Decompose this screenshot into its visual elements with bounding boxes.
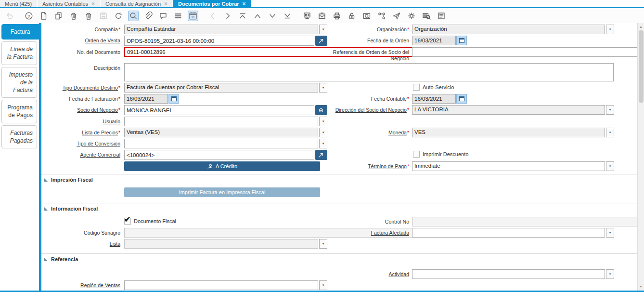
organizacion-combobox[interactable]: Organización ▾ xyxy=(412,25,614,34)
socio-negocio-input[interactable] xyxy=(124,105,314,115)
sidebar-tab-facturas-pagadas[interactable]: Facturas Pagadas xyxy=(1,125,37,148)
group-impresion-fiscal[interactable]: Impresión Fiscal xyxy=(41,174,637,184)
tab-menu[interactable]: Menú (425) xyxy=(0,0,37,7)
private-lock-icon[interactable] xyxy=(347,11,357,21)
region-ventas-combobox[interactable]: ▾ xyxy=(124,280,327,290)
lista-precios-combobox[interactable]: Ventas (VES) ▾ xyxy=(124,128,327,137)
scrollbar-thumb[interactable] xyxy=(639,30,644,103)
previous-record-icon[interactable] xyxy=(252,11,263,21)
termino-pago-label[interactable]: Término de Pago* xyxy=(332,161,409,171)
print-icon[interactable] xyxy=(332,11,342,21)
sidebar-tab-programa-pagos[interactable]: Programa de Pagos xyxy=(1,100,37,123)
direccion-socio-combobox[interactable]: LA VICTORIA ▾ xyxy=(412,105,614,115)
tipo-documento-destino-combobox[interactable]: Factura de Cuentas por Cobrar Fiscal ▾ xyxy=(124,83,327,93)
referencia-orden-input[interactable] xyxy=(412,47,644,57)
archive-icon[interactable] xyxy=(317,11,327,21)
chevron-down-icon[interactable]: ▾ xyxy=(606,25,614,34)
tab-consulta-asignacion[interactable]: Consulta de Asignación × xyxy=(101,0,172,7)
moneda-combobox[interactable]: VES ▾ xyxy=(412,128,614,137)
chevron-down-icon[interactable]: ▾ xyxy=(319,117,327,126)
lista-precios-label[interactable]: Lista de Precios* xyxy=(41,128,120,137)
calendar-button[interactable] xyxy=(456,94,467,104)
next-tab-icon[interactable] xyxy=(222,11,233,21)
tipo-conversion-label[interactable]: Tipo de Conversión xyxy=(41,139,120,148)
report-icon[interactable] xyxy=(302,11,312,21)
tipo-documento-destino-label[interactable]: Tipo Documento Destino* xyxy=(41,83,120,93)
group-informacion-fiscal[interactable]: Informacion Fiscal xyxy=(41,203,637,213)
grid-toggle-icon[interactable] xyxy=(173,11,183,21)
chevron-down-icon[interactable]: ▾ xyxy=(319,280,327,290)
scroll-down-arrow[interactable]: ▼ xyxy=(638,283,644,290)
orden-venta-label[interactable]: Orden de Venta xyxy=(41,36,120,46)
chevron-down-icon[interactable]: ▾ xyxy=(319,139,327,148)
delete-selection-icon[interactable] xyxy=(83,11,94,21)
chevron-down-icon[interactable]: ▾ xyxy=(606,128,614,137)
copy-record-icon[interactable] xyxy=(53,11,64,21)
refresh-icon[interactable] xyxy=(113,11,124,21)
product-info-icon[interactable] xyxy=(421,11,432,21)
request-icon[interactable] xyxy=(391,11,402,21)
tab-documentos-por-cobrar[interactable]: Documentos por Cobrar × xyxy=(173,0,251,7)
close-icon[interactable]: × xyxy=(243,1,246,7)
zoom-across-icon[interactable] xyxy=(361,11,372,21)
group-referencia[interactable]: Referencia xyxy=(41,253,637,264)
direccion-socio-label[interactable]: Dirección del Socio del Negocio* xyxy=(332,105,409,115)
calendar-button[interactable] xyxy=(168,94,179,104)
usuario-label[interactable]: Usuario xyxy=(41,117,120,126)
zoom-record-button[interactable] xyxy=(315,36,327,46)
bpartner-info-button[interactable] xyxy=(315,105,327,115)
sidebar-tab-factura[interactable]: Factura xyxy=(1,24,39,40)
chevron-down-icon[interactable]: ▾ xyxy=(606,228,614,238)
chat-icon[interactable] xyxy=(158,11,168,21)
zoom-record-button[interactable] xyxy=(315,150,327,160)
chevron-down-icon[interactable]: ▾ xyxy=(319,83,327,93)
imprimir-descuento-checkbox[interactable]: Imprimir Descuento xyxy=(413,150,468,158)
termino-pago-combobox[interactable]: Immediate ▾ xyxy=(412,161,614,171)
factura-afectada-label[interactable]: Factura Afectada xyxy=(332,228,409,238)
chevron-down-icon[interactable]: ▾ xyxy=(606,105,614,115)
help-icon[interactable]: ? xyxy=(24,11,34,21)
delete-record-icon[interactable] xyxy=(68,11,79,21)
tab-asientos-contables[interactable]: Asientos Contables × xyxy=(38,0,100,7)
a-credito-button[interactable]: A Crédito xyxy=(124,161,320,171)
calendar-icon[interactable]: 31 xyxy=(188,11,198,21)
new-record-icon[interactable] xyxy=(39,11,49,21)
fecha-orden-input[interactable] xyxy=(412,36,456,45)
orden-venta-input[interactable] xyxy=(124,36,314,46)
attachment-icon[interactable] xyxy=(143,11,154,21)
chevron-down-icon[interactable]: ▾ xyxy=(319,25,327,34)
next-record-icon[interactable] xyxy=(267,11,278,21)
factura-afectada-combobox[interactable]: ▾ xyxy=(412,228,614,238)
fecha-contable-input[interactable] xyxy=(412,94,456,104)
auto-servicio-checkbox[interactable]: Auto-Servicio xyxy=(413,83,454,91)
documento-fiscal-checkbox[interactable]: Documento Fiscal xyxy=(124,217,176,225)
chevron-down-icon[interactable]: ▾ xyxy=(606,161,614,171)
chevron-down-icon[interactable]: ▾ xyxy=(319,128,327,137)
close-icon[interactable]: × xyxy=(164,1,167,7)
agente-comercial-input[interactable] xyxy=(124,150,314,160)
region-ventas-label[interactable]: Región de Ventas xyxy=(41,280,120,290)
actividad-label[interactable]: Actividad xyxy=(332,269,409,279)
compania-label[interactable]: Compañía* xyxy=(41,25,120,34)
tipo-conversion-combobox[interactable]: ▾ xyxy=(124,139,327,148)
log-icon[interactable] xyxy=(436,11,447,21)
find-icon[interactable] xyxy=(128,11,139,21)
calendar-button[interactable] xyxy=(456,36,467,45)
vertical-scrollbar[interactable]: ▲ ▼ xyxy=(637,23,644,291)
agente-comercial-label[interactable]: Agente Comercial xyxy=(41,150,120,160)
actividad-combobox[interactable]: ▾ xyxy=(412,269,614,279)
organizacion-label[interactable]: Organización* xyxy=(332,25,409,34)
compania-combobox[interactable]: Compañía Estándar ▾ xyxy=(124,25,327,34)
sidebar-tab-linea-factura[interactable]: Línea de la Factura xyxy=(1,41,37,65)
lista-label[interactable]: Lista xyxy=(41,239,120,249)
last-record-icon[interactable] xyxy=(282,11,293,21)
process-icon[interactable] xyxy=(406,11,417,21)
first-record-icon[interactable] xyxy=(237,11,248,21)
fecha-facturacion-input[interactable] xyxy=(124,94,168,104)
scroll-up-arrow[interactable]: ▲ xyxy=(638,23,644,30)
socio-negocio-label[interactable]: Socio del Negocio* xyxy=(41,105,120,115)
sidebar-tab-impuesto-factura[interactable]: Impuesto de la Factura xyxy=(1,67,37,98)
close-icon[interactable]: × xyxy=(91,1,95,7)
workflow-icon[interactable] xyxy=(376,11,387,21)
usuario-combobox[interactable]: ▾ xyxy=(124,117,327,126)
